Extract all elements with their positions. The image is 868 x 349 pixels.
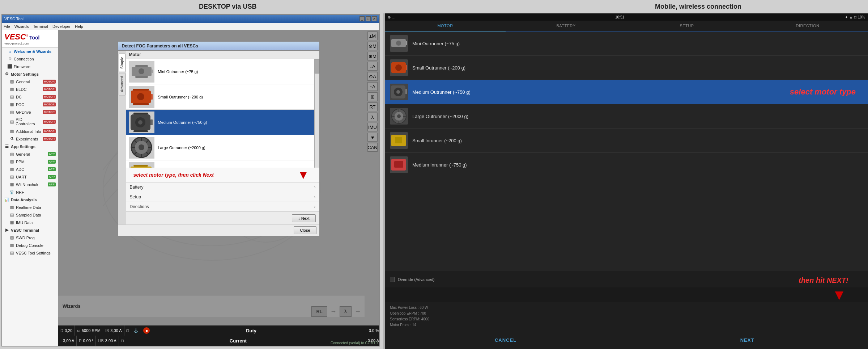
motor-item-large[interactable]: Large Outrunner (~2000 g) [126,135,314,160]
svg-rect-31 [131,167,152,168]
omega-value: 5000 RPM [82,328,101,333]
sidebar-item-adc[interactable]: ▤ ADC APP [2,165,58,173]
logo-sub: vesc-project.com [4,42,39,45]
omega-icon: ω [77,328,80,333]
sidebar-item-imu[interactable]: ▤ IMU Data [2,219,58,226]
stop-cell[interactable]: ■ [141,325,152,336]
mobile-motor-mini[interactable]: Mini Outrunner (~75 g) [385,31,868,56]
sidebar-motor-label: Motor Settings [11,72,39,76]
sidebar-item-dc[interactable]: ▤ DC MOTOR [2,93,58,101]
battery-section[interactable]: Battery › [126,182,319,192]
sidebar-item-swd[interactable]: ▤ SWD Prog [2,234,58,241]
motor-badge-additional: MOTOR [43,129,56,133]
mobile-large-svg [391,108,407,125]
next-button-mobile[interactable]: NEXT [626,331,868,349]
anchor-cell: ⚓ [131,325,141,336]
instruction-text: select motor type, then click Next [129,169,218,181]
svg-rect-19 [150,119,153,125]
modal-scrollbar[interactable] [314,59,319,168]
bluetooth-icon: ✦ [845,15,848,19]
mobile-status-left: ⊕ ... [388,15,395,19]
mobile-tab-battery[interactable]: BATTERY [506,21,626,31]
stop-icon[interactable]: ■ [143,327,150,334]
override-checkbox[interactable] [390,277,395,282]
sidebar-item-ppm[interactable]: ▤ PPM APP [2,158,58,165]
menu-developer[interactable]: Developer [52,24,71,29]
menu-file[interactable]: File [4,24,10,29]
status-row-1: D 0,20 ω 5000 RPM IB 3,00 A □ [58,325,379,336]
wii-icon: ▤ [9,182,14,187]
svg-rect-32 [133,165,148,167]
window-controls: _ □ ✕ [359,16,377,21]
menu-terminal[interactable]: Terminal [33,24,48,29]
sidebar-item-general-app[interactable]: ▤ General APP [2,150,58,158]
sidebar-item-realtime[interactable]: ▤ Realtime Data [2,203,58,211]
sidebar-item-bldc[interactable]: ▤ BLDC MOTOR [2,85,58,93]
sidebar-item-firmware[interactable]: ⬛ Firmware [2,63,58,70]
maximize-button[interactable]: □ [366,16,371,21]
i-value: 3,00 A [63,339,74,343]
motor-item-mini[interactable]: Mini Outrunner (~75 g) [126,59,314,84]
cancel-button-mobile[interactable]: CANCEL [385,331,626,349]
sidebar-vesc-terminal-label: VESC Terminal [11,228,39,232]
menu-help[interactable]: Help [75,24,83,29]
mobile-tab-setup[interactable]: SETUP [626,21,747,31]
app-badge-uart: APP [48,175,56,179]
tab-simple[interactable]: Simple [119,54,125,72]
sidebar-item-experiments[interactable]: ⚗ Experiments MOTOR [2,135,58,143]
motor-item-small[interactable]: Small Outrunner (~200 g) [126,84,314,110]
mobile-tab-motor[interactable]: MOTOR [385,21,506,31]
mobile-motor-medium[interactable]: Medium Outrunner (~750 g) select motor t… [385,80,868,104]
sidebar-item-pid[interactable]: ▤ PID Controllers MOTOR [2,116,58,127]
svg-rect-13 [151,94,153,100]
sidebar-item-welcome[interactable]: ⌂ Welcome & Wizards [2,48,58,55]
large-outrunner-svg [130,137,153,159]
sidebar-general-app-label: General [16,152,30,156]
mobile-motor-large[interactable]: Large Outrunner (~2000 g) [385,104,868,129]
sidebar-item-general-motor[interactable]: ▤ General MOTOR [2,78,58,85]
menu-wizards[interactable]: Wizards [14,24,29,29]
motor-list[interactable]: Mini Outrunner (~75 g) [126,59,314,168]
mobile-motor-small[interactable]: Small Outrunner (~200 g) [385,56,868,80]
mobile-status-time: 10:51 [615,15,624,19]
app-general-icon: ▤ [9,152,14,156]
sidebar-item-gpdrive[interactable]: ▤ GPDrive MOTOR [2,108,58,116]
svg-point-36 [396,41,401,46]
grid-icon: ▤ [9,79,14,84]
sidebar-item-foc[interactable]: ▤ FOC MOTOR [2,101,58,108]
close-button[interactable]: Close [294,226,316,234]
sidebar-item-debug[interactable]: ▤ Debug Console [2,241,58,249]
firmware-icon: ⬛ [7,64,12,69]
mobile-motor-medium-inrunner[interactable]: Medium Inrunner (~750 g) [385,153,868,177]
mobile-motor-small-inrunner[interactable]: Small Inrunner (~200 g) [385,129,868,153]
then-hit-next: then hit NEXT! [799,274,863,285]
mobile-tab-direction[interactable]: DIRECTION [747,21,868,31]
mobile-override: Override (Advanced) then hit NEXT! [385,271,868,287]
setup-section[interactable]: Setup › [126,192,319,202]
sidebar-item-wii[interactable]: ▤ Wii Nunchuk APP [2,181,58,188]
status-bar: D 0,20 ω 5000 RPM IB 3,00 A □ [58,325,379,346]
sidebar-item-connection[interactable]: ⊕ Connection [2,55,58,63]
sidebar-item-additional[interactable]: ▤ Additional Info MOTOR [2,127,58,135]
svg-point-43 [396,90,400,94]
mobile-motor-list[interactable]: Mini Outrunner (~75 g) Small Outrunner (… [385,31,868,271]
motor-item-medium[interactable]: Medium Outrunner (~750 g) [126,110,314,135]
tab-advanced[interactable]: Advanced [119,73,125,95]
sidebar-item-vesc-settings[interactable]: ▤ VESC Tool Settings [2,249,58,257]
minimize-button[interactable]: _ [359,16,365,21]
directions-section[interactable]: Directions › [126,202,319,212]
motor-badge-bldc: MOTOR [43,87,56,91]
d-cell: D 0,20 [58,325,75,336]
experiments-icon: ⚗ [9,136,14,141]
sidebar-item-sampled[interactable]: ▤ Sampled Data [2,211,58,219]
sidebar-pid-label: PID Controllers [16,117,41,126]
signal-icon: ▲ [849,15,853,19]
sidebar-imu-label: IMU Data [16,220,33,225]
motor-item-small-inrunner[interactable]: Small Inrunner (~200 g) [126,160,314,168]
close-button[interactable]: ✕ [372,16,377,21]
additional-icon: ▤ [9,129,14,134]
sidebar-item-uart[interactable]: ▤ UART APP [2,173,58,181]
svg-point-7 [139,68,144,74]
next-button[interactable]: ↓ Next [292,214,315,222]
sidebar-item-nrf[interactable]: 📡 NRF [2,188,58,196]
